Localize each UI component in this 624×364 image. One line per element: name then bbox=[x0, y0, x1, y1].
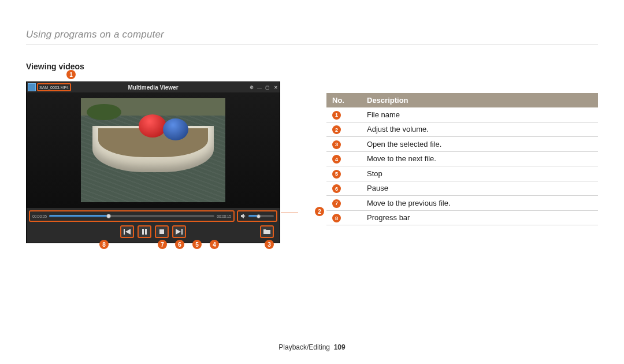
callout-badge-6: 6 bbox=[175, 240, 184, 249]
progress-knob[interactable] bbox=[106, 214, 111, 218]
manual-page: Using programs on a computer Viewing vid… bbox=[0, 0, 624, 364]
media-player-window: SAM_0003.MP4 Multimedia Viewer ⚙ — ▢ ✕ bbox=[26, 81, 280, 243]
callout-badge-8: 8 bbox=[99, 240, 109, 249]
section-title: Viewing videos bbox=[26, 62, 598, 71]
callout-badge-5: 5 bbox=[192, 240, 202, 249]
legend-area: No. Description 1File name 2Adjust the v… bbox=[326, 76, 598, 225]
progress-row: 00:00:05 00:00:15 bbox=[29, 210, 277, 222]
footer-page: 109 bbox=[334, 343, 346, 351]
app-icon bbox=[28, 83, 36, 91]
time-current: 00:00:05 bbox=[32, 214, 47, 218]
svg-rect-3 bbox=[159, 229, 164, 234]
leader-line bbox=[281, 213, 298, 213]
svg-rect-1 bbox=[142, 229, 144, 235]
callout-badge-1: 1 bbox=[66, 70, 76, 79]
video-frame bbox=[81, 98, 225, 202]
callout-badge-4: 4 bbox=[210, 240, 219, 249]
window-title: Multimedia Viewer bbox=[128, 84, 178, 91]
callout-badge-2: 2 bbox=[315, 207, 324, 216]
table-row: 8Progress bar bbox=[326, 210, 598, 225]
controls-panel: 00:00:05 00:00:15 bbox=[27, 208, 280, 243]
stop-button[interactable] bbox=[155, 225, 169, 238]
table-row: 5Stop bbox=[326, 166, 598, 181]
th-no: No. bbox=[326, 93, 361, 107]
svg-rect-4 bbox=[181, 229, 183, 235]
filename-text: SAM_0003.MP4 bbox=[39, 86, 69, 90]
volume-slider[interactable] bbox=[248, 215, 274, 217]
table-row: 2Adjust the volume. bbox=[326, 122, 598, 137]
progress-group: 00:00:05 00:00:15 bbox=[29, 210, 235, 222]
table-row: 6Pause bbox=[326, 181, 598, 196]
legend-table: No. Description 1File name 2Adjust the v… bbox=[326, 93, 598, 225]
svg-rect-2 bbox=[145, 229, 147, 235]
divider bbox=[26, 44, 598, 44]
volume-group bbox=[237, 210, 277, 222]
footer-section: Playback/Editing bbox=[278, 343, 330, 351]
callout-badge-7: 7 bbox=[158, 240, 167, 249]
pause-button[interactable] bbox=[138, 225, 151, 238]
close-icon[interactable]: ✕ bbox=[273, 84, 278, 90]
maximize-icon[interactable]: ▢ bbox=[265, 84, 270, 90]
settings-icon[interactable]: ⚙ bbox=[248, 84, 254, 90]
th-desc: Description bbox=[361, 93, 598, 107]
window-controls: ⚙ — ▢ ✕ bbox=[248, 84, 278, 90]
svg-rect-0 bbox=[124, 229, 125, 235]
open-file-button[interactable] bbox=[260, 225, 274, 238]
transport-row bbox=[29, 225, 277, 238]
page-footer: Playback/Editing 109 bbox=[0, 343, 624, 351]
video-viewport bbox=[27, 92, 280, 208]
chapter-title: Using programs on a computer bbox=[26, 29, 598, 40]
next-button[interactable] bbox=[172, 225, 186, 238]
callout-badge-3: 3 bbox=[265, 240, 274, 249]
table-row: 1File name bbox=[326, 107, 598, 122]
table-row: 7Move to the previous file. bbox=[326, 196, 598, 211]
titlebar: SAM_0003.MP4 Multimedia Viewer ⚙ — ▢ ✕ bbox=[27, 82, 280, 92]
screenshot-area: 1 SAM_0003.MP4 Multimedia Viewer ⚙ — ▢ ✕ bbox=[26, 76, 286, 243]
volume-knob[interactable] bbox=[257, 214, 261, 218]
table-row: 3Open the selected file. bbox=[326, 137, 598, 152]
progress-bar[interactable] bbox=[49, 215, 214, 217]
content-row: 1 SAM_0003.MP4 Multimedia Viewer ⚙ — ▢ ✕ bbox=[26, 76, 598, 243]
table-row: 4Move to the next file. bbox=[326, 151, 598, 166]
volume-icon[interactable] bbox=[240, 213, 246, 219]
time-total: 00:00:15 bbox=[217, 214, 231, 218]
filename-highlight: SAM_0003.MP4 bbox=[37, 83, 71, 91]
previous-button[interactable] bbox=[120, 225, 134, 238]
minimize-icon[interactable]: — bbox=[257, 84, 262, 90]
